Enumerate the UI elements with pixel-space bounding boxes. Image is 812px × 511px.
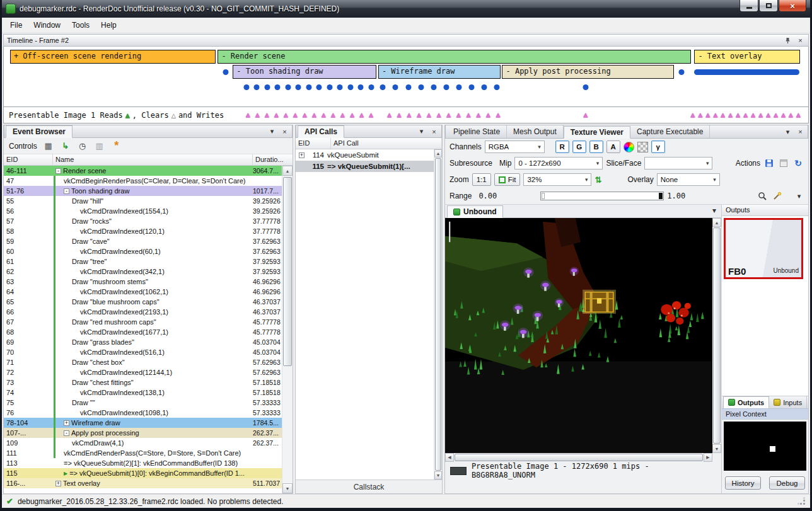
write-triangle-icon[interactable]: ▲ bbox=[466, 107, 470, 123]
write-triangle-icon[interactable]: ▲ bbox=[713, 107, 717, 123]
draw-event-dot[interactable] bbox=[285, 84, 291, 90]
write-triangle-icon[interactable]: ▲ bbox=[340, 107, 345, 123]
column-api-call[interactable]: API Call bbox=[331, 138, 442, 149]
write-triangle-icon[interactable]: ▲ bbox=[496, 107, 501, 123]
draw-event-dot[interactable] bbox=[494, 84, 499, 90]
slice-face-select[interactable]: ▾ bbox=[644, 157, 712, 169]
expander-icon[interactable]: + bbox=[55, 481, 61, 486]
write-triangle-icon[interactable]: ▲ bbox=[789, 107, 793, 123]
checkerboard-icon[interactable] bbox=[637, 142, 648, 152]
draw-event-dot[interactable] bbox=[456, 84, 461, 90]
event-row[interactable]: 72vkCmdDrawIndexed(12144,1)57.62963 bbox=[4, 367, 282, 377]
tab-api-calls[interactable]: API Calls bbox=[298, 125, 344, 138]
range-black-handle[interactable] bbox=[659, 193, 663, 199]
titlebar[interactable]: debugmarker.rdc - RenderDoc Unofficial r… bbox=[2, 0, 810, 18]
event-row[interactable]: 57Draw "rocks"37.77778 bbox=[4, 216, 282, 226]
texture-tabs-chevron-icon[interactable]: ▾ bbox=[712, 206, 721, 215]
zoom-1to1-button[interactable]: 1:1 bbox=[472, 173, 491, 186]
draw-event-dot[interactable] bbox=[418, 84, 424, 90]
close-icon[interactable]: × bbox=[796, 127, 805, 136]
tab-mesh-output[interactable]: Mesh Output bbox=[507, 125, 564, 138]
event-row[interactable]: 60vkCmdDrawIndexed(60,1)37.62963 bbox=[4, 246, 282, 256]
menu-file[interactable]: File bbox=[4, 18, 28, 32]
write-triangle-icon[interactable]: ▲ bbox=[397, 107, 402, 123]
fb0-thumbnail[interactable]: FB0 Unbound bbox=[724, 218, 803, 279]
color-wheel-icon[interactable] bbox=[624, 142, 634, 152]
write-triangle-icon[interactable]: ▲ bbox=[728, 107, 733, 123]
range-white-handle[interactable] bbox=[542, 193, 545, 199]
write-triangle-icon[interactable]: ▲ bbox=[796, 107, 801, 123]
write-triangle-icon[interactable]: ▲ bbox=[293, 107, 298, 123]
red-channel-button[interactable]: R bbox=[555, 141, 569, 153]
tab-inputs[interactable]: Inputs bbox=[769, 396, 807, 408]
write-triangle-icon[interactable]: ▲ bbox=[758, 107, 763, 123]
open-new-window-icon[interactable] bbox=[778, 158, 789, 169]
draw-event-dot[interactable] bbox=[243, 84, 249, 90]
write-triangle-icon[interactable]: ▲ bbox=[743, 107, 748, 123]
history-button[interactable]: History bbox=[725, 476, 761, 490]
maximize-button[interactable] bbox=[759, 0, 778, 12]
draw-event-dot[interactable] bbox=[347, 84, 353, 90]
draw-event-dot[interactable] bbox=[393, 84, 398, 90]
column-name[interactable]: Name bbox=[53, 154, 253, 165]
event-row[interactable]: 47vkCmdBeginRenderPass(C=Clear, D=Clear,… bbox=[4, 176, 282, 186]
event-row[interactable]: 55Draw "hill"39.25926 bbox=[4, 196, 282, 206]
event-row[interactable]: 109vkCmdDraw(4,1)262.37... bbox=[4, 438, 282, 448]
debug-button[interactable]: Debug bbox=[769, 476, 805, 490]
event-row[interactable]: 66vkCmdDrawIndexed(2193,1)46.37037 bbox=[4, 307, 282, 317]
expander-icon[interactable]: + bbox=[299, 152, 304, 158]
event-row[interactable]: 51-76-Toon shading draw1017.7... bbox=[4, 186, 282, 196]
jump-to-eid-icon[interactable]: ↳ bbox=[60, 141, 71, 152]
tab-capture-executable[interactable]: Capture Executable bbox=[630, 125, 710, 138]
write-triangle-icon[interactable]: ▲ bbox=[705, 107, 710, 123]
fit-button[interactable]: Fit bbox=[494, 173, 521, 186]
write-triangle-icon[interactable]: ▲ bbox=[766, 107, 770, 123]
timeline-marker-bar[interactable]: - Toon shading draw bbox=[233, 65, 376, 79]
close-button[interactable]: × bbox=[779, 0, 806, 12]
close-icon[interactable]: × bbox=[796, 36, 805, 45]
range-min-value[interactable]: 0.00 bbox=[478, 192, 497, 200]
write-triangle-icon[interactable]: ▲ bbox=[456, 107, 461, 123]
save-texture-icon[interactable] bbox=[763, 158, 775, 169]
tab-pipeline-state[interactable]: Pipeline State bbox=[447, 125, 507, 138]
write-triangle-icon[interactable]: ▲ bbox=[265, 107, 269, 123]
draw-event-dot[interactable] bbox=[431, 84, 436, 90]
pin-icon[interactable] bbox=[783, 36, 792, 45]
draw-event-dot[interactable] bbox=[316, 84, 322, 90]
write-triangle-icon[interactable]: ▲ bbox=[331, 107, 335, 123]
green-channel-button[interactable]: G bbox=[572, 141, 586, 153]
event-row[interactable]: 73Draw "chest fittings"57.18518 bbox=[4, 377, 282, 388]
outputs-list[interactable]: FB0 Unbound bbox=[722, 216, 808, 396]
scrollbar-thumb[interactable] bbox=[283, 177, 292, 366]
expander-icon[interactable]: - bbox=[64, 188, 69, 194]
callstack-section[interactable]: Callstack bbox=[296, 479, 442, 493]
event-row[interactable]: 107-...-Apply post processing262.37... bbox=[4, 428, 282, 438]
texture-vertical-scrollbar[interactable]: ▲ ▼ bbox=[712, 218, 721, 453]
timeline-marker-bar[interactable]: + Off-screen scene rendering bbox=[10, 50, 216, 64]
event-row[interactable]: 64vkCmdDrawIndexed(1062,1)46.96296 bbox=[4, 287, 282, 297]
event-row[interactable]: 111vkCmdEndRenderPass(C=Store, D=Store, … bbox=[4, 448, 282, 458]
autofit-wand-icon[interactable] bbox=[771, 190, 782, 202]
tab-event-browser[interactable]: Event Browser bbox=[6, 125, 72, 138]
draw-event-dot[interactable] bbox=[405, 84, 411, 90]
minimize-button[interactable] bbox=[740, 0, 758, 12]
scrollbar-thumb[interactable] bbox=[713, 227, 721, 444]
column-eid[interactable]: EID bbox=[4, 154, 53, 165]
draw-event-dot[interactable] bbox=[443, 84, 449, 90]
mip-select[interactable]: 0 - 1272x690 ▾ bbox=[514, 157, 603, 169]
write-triangle-icon[interactable]: ▲ bbox=[486, 107, 490, 123]
write-triangle-icon[interactable]: ▲ bbox=[284, 107, 288, 123]
scroll-up-icon[interactable]: ▲ bbox=[434, 149, 442, 158]
event-row[interactable]: 67Draw "red mushroom caps"45.77778 bbox=[4, 317, 282, 327]
write-triangle-icon[interactable]: ▲ bbox=[698, 107, 702, 123]
event-row[interactable]: 65Draw "blue mushroom caps"46.37037 bbox=[4, 297, 282, 307]
event-row[interactable]: 56vkCmdDrawIndexed(1554,1)39.25926 bbox=[4, 206, 282, 216]
draw-event-dot[interactable] bbox=[358, 84, 364, 90]
write-triangle-icon[interactable]: ▲ bbox=[751, 107, 755, 123]
event-row[interactable]: 74vkCmdDrawIndexed(138,1)57.18518 bbox=[4, 388, 282, 398]
texture-tab-unbound[interactable]: Unbound bbox=[447, 205, 503, 218]
menu-help[interactable]: Help bbox=[95, 18, 122, 32]
write-triangle-icon[interactable]: ▲ bbox=[387, 107, 392, 123]
scroll-left-icon[interactable]: ◀ bbox=[445, 453, 454, 462]
write-triangle-icon[interactable]: ▲ bbox=[407, 107, 411, 123]
